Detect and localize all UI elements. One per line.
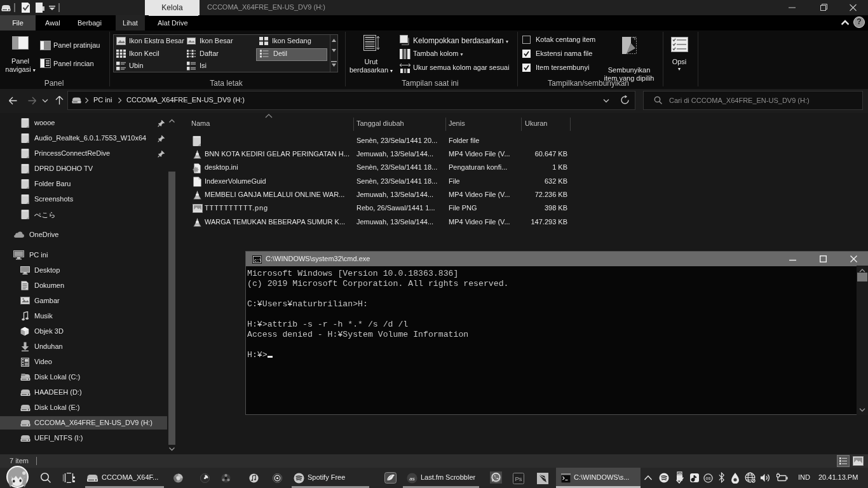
svg-text:Ps: Ps — [515, 475, 522, 482]
svg-text:c:\: c:\ — [254, 259, 262, 263]
svg-text:as: as — [409, 476, 415, 482]
svg-text:os: os — [706, 475, 711, 481]
